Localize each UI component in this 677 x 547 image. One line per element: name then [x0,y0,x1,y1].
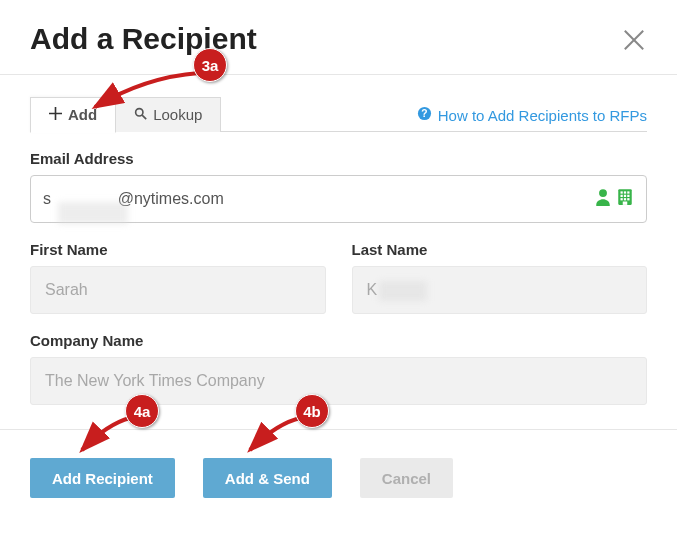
company-value: The New York Times Company [45,372,265,390]
svg-rect-6 [624,191,626,193]
email-group: Email Address [30,150,647,223]
svg-text:?: ? [421,108,427,119]
svg-rect-11 [621,198,623,200]
email-input[interactable] [43,190,594,208]
dialog-footer: Add Recipient Add & Send Cancel 4a 4b [0,429,677,524]
last-name-label: Last Name [352,241,648,258]
dialog-body: Add Lookup ? How to Add Recipients to RF… [0,75,677,405]
callout-4b: 4b [295,394,329,428]
email-field-icons [594,188,634,210]
svg-rect-10 [627,195,629,197]
email-label: Email Address [30,150,647,167]
redaction-blur [379,281,427,301]
email-input-wrap [30,175,647,223]
arrow-3a [85,67,213,119]
svg-rect-5 [621,191,623,193]
svg-rect-8 [621,195,623,197]
last-name-field: K [352,266,648,314]
svg-rect-7 [627,191,629,193]
help-link-text: How to Add Recipients to RFPs [438,107,647,124]
company-group: Company Name The New York Times Company [30,332,647,405]
dialog-title: Add a Recipient [30,22,257,56]
person-icon [594,188,612,210]
svg-rect-14 [623,202,628,205]
help-icon: ? [417,106,432,124]
cancel-button[interactable]: Cancel [360,458,453,498]
close-icon[interactable] [621,26,647,52]
first-name-group: First Name Sarah [30,241,326,314]
add-recipient-button[interactable]: Add Recipient [30,458,175,498]
svg-rect-12 [624,198,626,200]
first-name-field: Sarah [30,266,326,314]
svg-rect-13 [627,198,629,200]
callout-3a: 3a [193,48,227,82]
last-name-value: K [367,281,378,299]
help-link[interactable]: ? How to Add Recipients to RFPs [417,106,647,132]
callout-4a: 4a [125,394,159,428]
first-name-value: Sarah [45,281,88,299]
svg-rect-9 [624,195,626,197]
company-label: Company Name [30,332,647,349]
company-field: The New York Times Company [30,357,647,405]
last-name-group: Last Name K [352,241,648,314]
first-name-label: First Name [30,241,326,258]
add-send-button[interactable]: Add & Send [203,458,332,498]
name-row: First Name Sarah Last Name K [30,241,647,314]
building-icon [616,188,634,210]
dialog-header: Add a Recipient [0,0,677,75]
plus-icon [49,106,62,123]
